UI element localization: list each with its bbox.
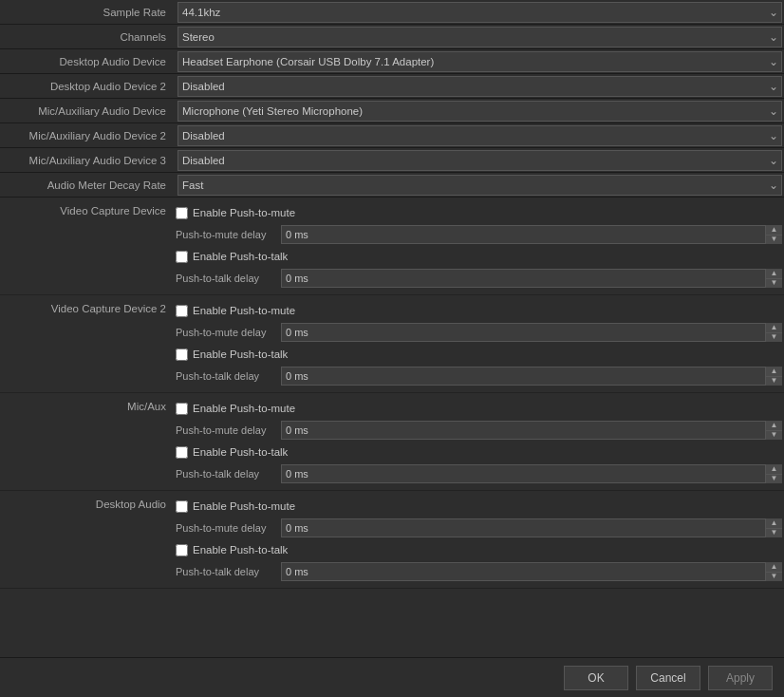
vcd-ptm-spin-up[interactable]: ▲: [766, 225, 782, 235]
mic-aux-audio-device-3-wrapper: Disabled: [177, 150, 782, 171]
vcd-ptt-spin-down[interactable]: ▼: [766, 279, 782, 289]
da-push-to-mute-delay-row: Push-to-mute delay ▲ ▼: [176, 518, 782, 538]
apply-button[interactable]: Apply: [708, 666, 773, 690]
da-ptm-spin: ▲ ▼: [765, 518, 782, 537]
micaux-push-to-mute-row: Enable Push-to-mute: [176, 399, 782, 418]
vcd2-push-to-mute-delay-input[interactable]: [281, 323, 782, 342]
mic-aux-audio-device-3-select[interactable]: Disabled: [177, 150, 782, 171]
vcd2-push-to-mute-delay-wrapper: ▲ ▼: [281, 323, 782, 342]
mic-aux-audio-device-2-label: Mic/Auxiliary Audio Device 2: [0, 130, 176, 141]
vcd2-push-to-mute-delay-label: Push-to-mute delay: [176, 327, 275, 338]
vcd2-push-to-talk-delay-wrapper: ▲ ▼: [281, 367, 782, 386]
vcd2-push-to-talk-delay-input[interactable]: [281, 367, 782, 386]
desktop-audio-device-wrapper: Headset Earphone (Corsair USB Dolby 7.1 …: [177, 51, 782, 72]
sample-rate-select[interactable]: 44.1khz 48khz 96khz: [177, 2, 782, 23]
micaux-push-to-talk-row: Enable Push-to-talk: [176, 443, 782, 462]
mic-aux-audio-device-3-label: Mic/Auxiliary Audio Device 3: [0, 155, 176, 166]
micaux-push-to-mute-delay-row: Push-to-mute delay ▲ ▼: [176, 420, 782, 441]
da-push-to-talk-checkbox[interactable]: [176, 544, 188, 556]
desktop-audio-device-select[interactable]: Headset Earphone (Corsair USB Dolby 7.1 …: [177, 51, 782, 72]
vcd-ptm-spin-down[interactable]: ▼: [766, 235, 782, 245]
vcd-push-to-mute-delay-input[interactable]: [281, 225, 782, 244]
ok-button[interactable]: OK: [564, 666, 628, 690]
channels-wrapper: Stereo Mono: [177, 27, 782, 47]
vcd-push-to-talk-row: Enable Push-to-talk: [176, 247, 782, 266]
micaux-ptm-spin-down[interactable]: ▼: [766, 431, 782, 441]
desktop-audio-device-2-row: Desktop Audio Device 2 Disabled: [0, 74, 784, 99]
vcd2-push-to-talk-row: Enable Push-to-talk: [176, 345, 782, 364]
vcd2-ptt-spin-down[interactable]: ▼: [766, 377, 782, 386]
da-push-to-talk-delay-input[interactable]: [281, 562, 782, 581]
micaux-push-to-talk-delay-label: Push-to-talk delay: [176, 468, 275, 480]
da-ptm-spin-down[interactable]: ▼: [766, 529, 782, 538]
da-ptt-spin-down[interactable]: ▼: [766, 573, 782, 582]
micaux-push-to-mute-delay-input[interactable]: [281, 421, 782, 440]
vcd2-push-to-mute-row: Enable Push-to-mute: [176, 301, 782, 320]
micaux-push-to-talk-checkbox[interactable]: [176, 446, 188, 459]
da-push-to-mute-delay-wrapper: ▲ ▼: [281, 518, 782, 537]
sample-rate-row: Sample Rate 44.1khz 48khz 96khz: [0, 0, 784, 25]
vcd-push-to-mute-delay-wrapper: ▲ ▼: [281, 225, 782, 244]
micaux-ptt-spin-down[interactable]: ▼: [766, 475, 782, 484]
micaux-push-to-mute-checkbox[interactable]: [176, 403, 188, 415]
audio-meter-decay-rate-label: Audio Meter Decay Rate: [0, 179, 176, 191]
vcd-ptt-spin-up[interactable]: ▲: [766, 269, 782, 279]
mic-aux-audio-device-label: Mic/Auxiliary Audio Device: [0, 105, 176, 117]
micaux-push-to-talk-delay-input[interactable]: [281, 464, 782, 483]
mic-aux-audio-device-wrapper: Microphone (Yeti Stereo Microphone) Disa…: [177, 101, 782, 122]
da-push-to-mute-checkbox[interactable]: [176, 500, 188, 513]
da-ptm-spin-up[interactable]: ▲: [766, 518, 782, 529]
vcd2-ptm-spin-up[interactable]: ▲: [766, 323, 782, 333]
vcd2-push-to-talk-checkbox[interactable]: [176, 348, 188, 361]
da-ptt-spin-up[interactable]: ▲: [766, 562, 782, 573]
vcd2-ptt-spin-up[interactable]: ▲: [766, 367, 782, 377]
sample-rate-wrapper: 44.1khz 48khz 96khz: [177, 2, 782, 23]
vcd2-push-to-mute-checkbox[interactable]: [176, 305, 188, 317]
vcd2-push-to-talk-delay-label: Push-to-talk delay: [176, 370, 275, 382]
vcd2-ptm-spin-down[interactable]: ▼: [766, 333, 782, 343]
desktop-audio-device-2-wrapper: Disabled: [177, 76, 782, 97]
vcd-push-to-mute-label: Enable Push-to-mute: [193, 207, 295, 218]
vcd-push-to-mute-checkbox[interactable]: [176, 207, 188, 219]
da-push-to-mute-delay-input[interactable]: [281, 518, 782, 537]
vcd2-push-to-talk-delay-row: Push-to-talk delay ▲ ▼: [176, 366, 782, 386]
mic-aux-audio-device-2-wrapper: Disabled: [177, 125, 782, 146]
micaux-push-to-talk-delay-wrapper: ▲ ▼: [281, 464, 782, 483]
vcd-ptt-spin: ▲ ▼: [765, 269, 782, 288]
da-push-to-talk-label: Enable Push-to-talk: [193, 544, 288, 556]
video-capture-device-section: Video Capture Device Enable Push-to-mute…: [0, 198, 784, 295]
da-push-to-talk-row: Enable Push-to-talk: [176, 540, 782, 559]
vcd-push-to-talk-label: Enable Push-to-talk: [193, 251, 288, 262]
micaux-ptt-spin: ▲ ▼: [765, 464, 782, 483]
micaux-ptm-spin: ▲ ▼: [765, 421, 782, 440]
vcd-push-to-talk-delay-input[interactable]: [281, 269, 782, 288]
channels-select[interactable]: Stereo Mono: [177, 27, 782, 47]
audio-meter-decay-rate-wrapper: Fast Medium Slow: [177, 175, 782, 196]
da-push-to-mute-row: Enable Push-to-mute: [176, 497, 782, 516]
micaux-ptt-spin-up[interactable]: ▲: [766, 464, 782, 475]
mic-aux-label: Mic/Aux: [0, 399, 176, 412]
channels-row: Channels Stereo Mono: [0, 25, 784, 49]
vcd2-push-to-mute-delay-row: Push-to-mute delay ▲ ▼: [176, 322, 782, 343]
mic-aux-controls: Enable Push-to-mute Push-to-mute delay ▲…: [176, 399, 782, 484]
cancel-button[interactable]: Cancel: [636, 666, 700, 690]
sample-rate-label: Sample Rate: [0, 7, 176, 18]
video-capture-device-2-label: Video Capture Device 2: [0, 301, 176, 314]
channels-label: Channels: [0, 31, 176, 43]
audio-meter-decay-rate-select[interactable]: Fast Medium Slow: [177, 175, 782, 196]
mic-aux-audio-device-select[interactable]: Microphone (Yeti Stereo Microphone) Disa…: [177, 101, 782, 122]
mic-aux-audio-device-3-row: Mic/Auxiliary Audio Device 3 Disabled: [0, 148, 784, 173]
desktop-audio-device-2-label: Desktop Audio Device 2: [0, 81, 176, 92]
micaux-ptm-spin-up[interactable]: ▲: [766, 421, 782, 431]
mic-aux-audio-device-2-select[interactable]: Disabled: [177, 125, 782, 146]
vcd-push-to-talk-checkbox[interactable]: [176, 251, 188, 263]
mic-aux-section: Mic/Aux Enable Push-to-mute Push-to-mute…: [0, 393, 784, 491]
mic-aux-audio-device-2-row: Mic/Auxiliary Audio Device 2 Disabled: [0, 123, 784, 148]
desktop-audio-device-2-select[interactable]: Disabled: [177, 76, 782, 97]
desktop-audio-controls: Enable Push-to-mute Push-to-mute delay ▲…: [176, 497, 782, 582]
video-capture-device-2-section: Video Capture Device 2 Enable Push-to-mu…: [0, 295, 784, 393]
desktop-audio-section: Desktop Audio Enable Push-to-mute Push-t…: [0, 491, 784, 589]
footer: OK Cancel Apply: [0, 657, 784, 697]
desktop-audio-device-label: Desktop Audio Device: [0, 56, 176, 67]
micaux-push-to-mute-label: Enable Push-to-mute: [193, 403, 295, 414]
